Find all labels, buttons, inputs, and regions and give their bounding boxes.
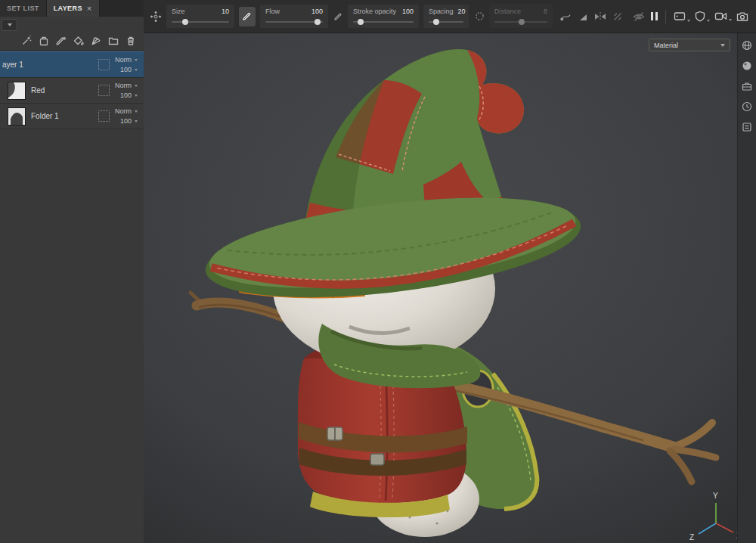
layer-thumbnail (8, 82, 26, 100)
spacing-slider[interactable] (429, 19, 463, 25)
display-settings-icon[interactable] (742, 40, 752, 54)
layer-thumbnail (8, 107, 26, 126)
layer-row-folder1[interactable]: Folder 1 Norm 100 (0, 104, 144, 129)
distance-control: Distance8 (489, 5, 553, 28)
blend-mode-value[interactable]: Norm (115, 107, 132, 115)
chevron-down-icon (135, 59, 138, 61)
spacing-value: 20 (458, 8, 466, 15)
axis-y-label: Y (713, 492, 718, 500)
layer-name: ayer 1 (2, 61, 98, 69)
chevron-down-icon (729, 19, 732, 21)
spacing-label: Spacing (429, 8, 454, 15)
stamp-icon[interactable] (39, 36, 49, 46)
chevron-down-icon (720, 44, 725, 47)
stroke-opacity-slider[interactable] (353, 19, 414, 25)
size-slider[interactable] (172, 19, 229, 25)
lazy-mouse-icon[interactable] (560, 11, 572, 22)
tab-layers[interactable]: LAYERS × (47, 0, 100, 17)
layer-name: Folder 1 (31, 112, 98, 120)
pause-button[interactable] (651, 12, 658, 20)
history-clock-icon[interactable] (742, 101, 752, 115)
video-camera-button[interactable] (714, 11, 732, 21)
layer-row-red[interactable]: Red Norm 100 (0, 78, 144, 104)
pencil-small-icon[interactable] (334, 12, 343, 21)
distance-label: Distance (494, 8, 521, 15)
scene-canvas[interactable]: Y Z X (144, 33, 756, 543)
brush-toolbar: Size10 Flow100 Stroke opacity100 Spacing… (144, 0, 756, 33)
chevron-down-icon (687, 20, 690, 22)
distance-value: 8 (544, 8, 547, 15)
tab-set-list[interactable]: SET LIST (0, 0, 47, 17)
wand-icon[interactable] (21, 36, 32, 46)
stroke-opacity-label: Stroke opacity (353, 8, 396, 15)
size-control[interactable]: Size10 (166, 5, 234, 28)
blend-mode-dropdown[interactable] (2, 19, 17, 31)
trash-icon[interactable] (125, 36, 136, 46)
chevron-down-icon (707, 20, 710, 22)
flow-slider[interactable] (265, 19, 323, 25)
mask-placeholder-icon[interactable] (98, 59, 110, 70)
layer-name: Red (31, 86, 98, 95)
opacity-value[interactable]: 100 (120, 92, 132, 99)
material-dropdown-label: Material (654, 42, 678, 49)
tab-set-list-label: SET LIST (7, 0, 39, 17)
close-icon[interactable]: × (87, 5, 92, 13)
chevron-down-icon (8, 23, 12, 26)
symmetry-mirror-icon[interactable] (594, 11, 606, 22)
symmetry-flag-icon[interactable] (578, 11, 588, 22)
pencil-icon[interactable] (56, 36, 67, 46)
chevron-down-icon (135, 120, 138, 123)
paint-tool-button[interactable] (239, 7, 256, 26)
opacity-value[interactable]: 100 (120, 117, 132, 125)
layer-list: ayer 1 Norm 100 Red Norm 100 Folder 1 (0, 51, 144, 129)
fill-bucket-icon[interactable] (73, 36, 84, 46)
blend-mode-value[interactable]: Norm (115, 56, 132, 64)
stroke-opacity-value: 100 (402, 8, 414, 15)
size-value: 10 (222, 8, 229, 15)
toolbar-divider (665, 10, 666, 23)
flow-control[interactable]: Flow100 (260, 5, 328, 28)
shield-button[interactable] (695, 11, 710, 22)
blend-mode-value[interactable]: Norm (115, 82, 132, 89)
viewport-3d[interactable]: Y Z X Material (144, 33, 756, 543)
opacity-value[interactable]: 100 (120, 66, 132, 73)
brush-tip-icon[interactable] (150, 11, 162, 23)
layers-panel: SET LIST LAYERS × (0, 0, 144, 543)
camera-icon[interactable] (736, 11, 748, 22)
tab-layers-label: LAYERS (54, 0, 82, 17)
chevron-down-icon (135, 95, 138, 97)
chevron-down-icon (135, 110, 138, 113)
symmetry-line-icon[interactable] (612, 11, 623, 22)
mask-placeholder-icon[interactable] (98, 110, 110, 122)
fan-icon[interactable] (91, 36, 101, 46)
right-dock-strip (737, 33, 756, 543)
distance-slider (494, 19, 547, 25)
stroke-opacity-control[interactable]: Stroke opacity100 (348, 5, 419, 28)
flow-label: Flow (265, 8, 280, 15)
toolbox-icon[interactable] (742, 81, 752, 95)
layer-toolbar (0, 33, 144, 51)
layer-row-layer1[interactable]: ayer 1 Norm 100 (0, 51, 144, 78)
chevron-down-icon (135, 69, 138, 71)
panel-tab-bar: SET LIST LAYERS × (0, 0, 144, 17)
flow-value: 100 (311, 8, 323, 15)
material-dropdown[interactable]: Material (649, 39, 730, 51)
dialog-button[interactable] (674, 11, 690, 22)
shader-ball-icon[interactable] (742, 61, 752, 74)
panel-subheader (0, 17, 144, 33)
dotted-stroke-toggle-icon[interactable] (475, 11, 485, 21)
chevron-down-icon (135, 85, 138, 87)
spacing-control[interactable]: Spacing20 (423, 5, 469, 28)
mask-placeholder-icon[interactable] (98, 85, 110, 96)
folder-icon[interactable] (108, 36, 119, 46)
eye-hidden-icon[interactable] (633, 11, 645, 22)
axis-z-label: Z (689, 533, 694, 541)
size-label: Size (172, 8, 185, 15)
notes-panel-icon[interactable] (742, 122, 752, 135)
